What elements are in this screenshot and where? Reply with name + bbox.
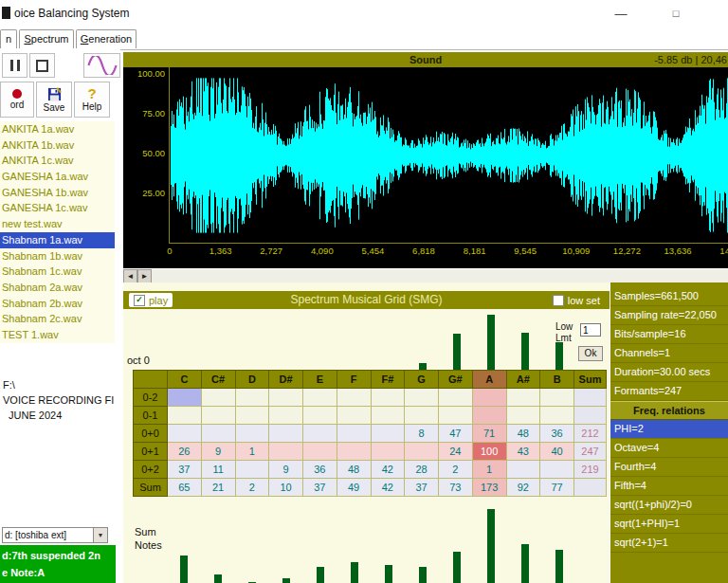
file-item[interactable]: ANKITA 1a.wav xyxy=(0,121,115,137)
freq-relation-item[interactable]: Fifth=4 xyxy=(610,477,728,496)
grid-cell[interactable] xyxy=(235,461,269,479)
maximize-button[interactable]: □ xyxy=(662,0,690,27)
file-item[interactable]: TEST 1.wav xyxy=(0,327,115,343)
pause-button[interactable] xyxy=(2,53,27,78)
grid-cell[interactable] xyxy=(472,389,506,407)
horizontal-scrollbar[interactable]: ◄ ► xyxy=(123,268,728,282)
tab-generation[interactable]: Generation xyxy=(76,29,136,48)
grid-cell[interactable]: 43 xyxy=(506,443,540,461)
grid-cell[interactable] xyxy=(371,425,405,443)
grid-cell[interactable] xyxy=(269,389,303,407)
grid-cell[interactable]: 1 xyxy=(235,443,269,461)
grid-cell[interactable] xyxy=(439,389,473,407)
grid-cell[interactable] xyxy=(506,407,540,425)
grid-cell[interactable] xyxy=(168,407,202,425)
file-item[interactable]: ANKITA 1c.wav xyxy=(0,153,115,169)
folder-line[interactable]: F:\ xyxy=(0,377,120,392)
grid-cell[interactable] xyxy=(303,389,337,407)
scroll-left-button[interactable]: ◄ xyxy=(123,269,137,283)
grid-cell[interactable]: 28 xyxy=(405,461,439,479)
grid-cell[interactable]: 36 xyxy=(540,425,574,443)
grid-cell[interactable]: 48 xyxy=(506,425,540,443)
wave-button[interactable] xyxy=(83,53,120,78)
low-set-checkbox-group[interactable]: low set xyxy=(553,295,600,306)
grid-cell[interactable] xyxy=(201,425,235,443)
grid-cell[interactable] xyxy=(235,425,269,443)
grid-cell[interactable] xyxy=(337,443,371,461)
grid-cell[interactable]: 47 xyxy=(439,425,473,443)
grid-cell[interactable]: 21 xyxy=(201,479,235,497)
file-item[interactable]: GANESHA 1b.wav xyxy=(0,185,115,201)
grid-cell[interactable]: 71 xyxy=(472,425,506,443)
stop-button[interactable] xyxy=(29,53,55,78)
grid-cell[interactable]: 24 xyxy=(439,443,473,461)
grid-cell[interactable]: 173 xyxy=(472,479,506,497)
grid-cell[interactable] xyxy=(439,407,473,425)
scroll-right-button[interactable]: ► xyxy=(137,269,152,283)
grid-cell[interactable]: 65 xyxy=(168,479,202,497)
grid-cell[interactable]: 36 xyxy=(303,461,337,479)
tab-spectrum[interactable]: Spectrum xyxy=(19,29,74,48)
grid-cell[interactable]: 40 xyxy=(540,443,574,461)
grid-cell[interactable] xyxy=(540,407,574,425)
tab-main-partial[interactable]: n xyxy=(0,29,17,48)
grid-cell[interactable] xyxy=(371,443,405,461)
file-item[interactable]: Shabnam 2a.wav xyxy=(0,280,115,296)
grid-cell[interactable]: 49 xyxy=(337,479,371,497)
grid-cell[interactable] xyxy=(201,389,235,407)
grid-cell[interactable] xyxy=(269,407,303,425)
drive-combo[interactable]: d: [toshiba ext] ▼ xyxy=(2,527,108,543)
grid-cell[interactable]: 42 xyxy=(371,461,405,479)
minimize-button[interactable]: — xyxy=(607,0,635,27)
grid-cell[interactable] xyxy=(405,443,439,461)
play-checkbox-group[interactable]: ✓ play xyxy=(129,293,173,307)
grid-cell[interactable]: 26 xyxy=(168,443,202,461)
grid-cell[interactable]: 77 xyxy=(540,479,574,497)
grid-cell[interactable]: 11 xyxy=(201,461,235,479)
save-button[interactable]: Save xyxy=(36,82,72,118)
help-button[interactable]: ? Help xyxy=(74,82,110,118)
low-set-checkbox[interactable] xyxy=(553,295,564,306)
grid-cell[interactable] xyxy=(405,407,439,425)
file-item[interactable]: Shabnam 2c.wav xyxy=(0,311,115,327)
file-item[interactable]: Shabnam 1a.wav xyxy=(0,232,115,248)
grid-cell[interactable] xyxy=(235,389,269,407)
file-item[interactable]: ANKITA 1b.wav xyxy=(0,137,115,154)
grid-cell[interactable] xyxy=(506,461,540,479)
file-item[interactable]: Shabnam 2b.wav xyxy=(0,296,115,312)
grid-cell[interactable]: 100 xyxy=(472,443,506,461)
grid-cell[interactable]: 37 xyxy=(168,461,202,479)
freq-relation-item[interactable]: sqrt(2+1)=1 xyxy=(610,534,728,553)
file-item[interactable]: GANESHA 1a.wav xyxy=(0,169,115,185)
grid-cell[interactable] xyxy=(269,425,303,443)
grid-cell[interactable] xyxy=(574,389,607,407)
grid-cell[interactable]: 219 xyxy=(574,461,607,479)
grid-cell[interactable] xyxy=(168,425,202,443)
grid-cell[interactable]: 73 xyxy=(439,479,473,497)
grid-cell[interactable] xyxy=(506,389,540,407)
file-item[interactable]: new test.wav xyxy=(0,216,115,232)
grid-cell[interactable]: 9 xyxy=(201,443,235,461)
grid-cell[interactable]: 37 xyxy=(405,479,439,497)
grid-cell[interactable] xyxy=(337,407,371,425)
grid-cell[interactable]: 10 xyxy=(269,479,303,497)
grid-cell[interactable]: 92 xyxy=(506,479,540,497)
file-item[interactable]: Shabnam 1b.wav xyxy=(0,248,115,264)
grid-cell[interactable] xyxy=(303,407,337,425)
freq-relation-item[interactable]: Fourth=4 xyxy=(610,458,728,477)
freq-relation-item[interactable]: sqrt((1+phi)/2)=0 xyxy=(610,496,728,515)
grid-cell[interactable] xyxy=(235,407,269,425)
grid-cell[interactable] xyxy=(201,407,235,425)
grid-cell[interactable] xyxy=(269,443,303,461)
grid-cell[interactable]: 247 xyxy=(574,443,607,461)
folder-line[interactable]: VOICE RECORDING FI xyxy=(0,392,120,408)
file-item[interactable]: GANESHA 1c.wav xyxy=(0,200,115,216)
play-checkbox[interactable]: ✓ xyxy=(134,295,145,306)
grid-cell[interactable]: 48 xyxy=(337,461,371,479)
grid-cell[interactable] xyxy=(540,461,574,479)
grid-cell[interactable] xyxy=(472,407,506,425)
grid-cell[interactable] xyxy=(574,479,607,497)
freq-relation-item[interactable]: sqrt(1+PHI)=1 xyxy=(610,515,728,534)
grid-cell[interactable]: 9 xyxy=(269,461,303,479)
freq-relation-item[interactable]: Octave=4 xyxy=(610,439,728,458)
